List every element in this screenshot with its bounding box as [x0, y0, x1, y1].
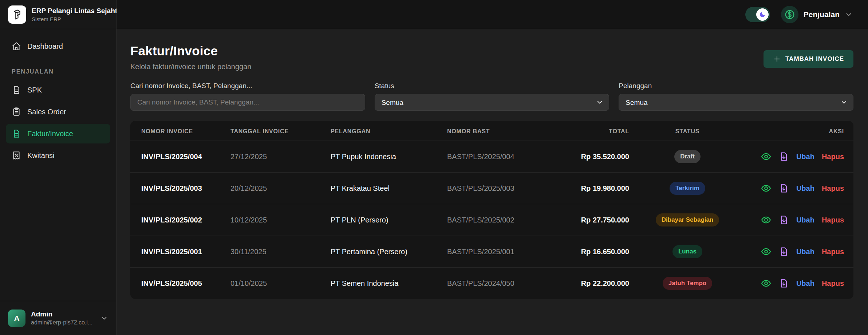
user-menu[interactable]: A Admin admin@erp-pls72.co.i...	[0, 301, 116, 335]
invoice-table: NOMOR INVOICE TANGGAL INVOICE PELANGGAN …	[130, 121, 853, 299]
theme-toggle-knob	[756, 8, 769, 21]
invoice-number: INV/PLS/2025/001	[130, 236, 230, 268]
invoice-table-card: NOMOR INVOICE TANGGAL INVOICE PELANGGAN …	[130, 121, 853, 299]
edit-invoice-link[interactable]: Ubah	[796, 248, 814, 256]
edit-invoice-link[interactable]: Ubah	[796, 216, 814, 224]
sidebar-item-dashboard[interactable]: Dashboard	[6, 36, 110, 56]
add-invoice-button[interactable]: TAMBAH INVOICE	[764, 50, 853, 68]
sidebar-item-label: Faktur/Invoice	[27, 130, 73, 138]
invoice-number: INV/PLS/2025/004	[130, 141, 230, 173]
chevron-down-icon	[100, 314, 108, 322]
theme-toggle[interactable]	[745, 7, 770, 22]
receipt-percent-icon	[12, 151, 21, 160]
col-total: TOTAL	[556, 121, 629, 141]
delete-invoice-link[interactable]: Hapus	[822, 216, 844, 224]
delete-invoice-link[interactable]: Hapus	[822, 279, 844, 288]
view-invoice-button[interactable]	[761, 278, 772, 289]
status-badge: Lunas	[672, 245, 702, 258]
eye-icon	[761, 278, 772, 289]
download-invoice-button[interactable]	[779, 278, 789, 288]
invoice-icon	[12, 129, 21, 138]
status-filter: Status Semua	[375, 82, 609, 111]
module-selector[interactable]: Penjualan	[781, 6, 853, 23]
topbar: Penjualan	[117, 0, 868, 29]
bast-number: BAST/PLS/2025/002	[447, 204, 556, 236]
filters-row: Cari nomor Invoice, BAST, Pelanggan... S…	[130, 82, 853, 111]
app-title: ERP Pelangi Lintas Sejaht...	[32, 7, 123, 15]
table-row: INV/PLS/2025/005 01/10/2025 PT Semen Ind…	[130, 268, 853, 299]
customer-name: PT Krakatau Steel	[331, 173, 447, 204]
bast-number: BAST/PLS/2025/003	[447, 173, 556, 204]
invoice-number: INV/PLS/2025/005	[130, 268, 230, 299]
customer-filter: Pelanggan Semua	[619, 82, 853, 111]
file-down-icon	[779, 247, 789, 257]
invoice-date: 10/12/2025	[230, 204, 331, 236]
actions-cell: Ubah Hapus	[746, 268, 853, 299]
view-invoice-button[interactable]	[761, 214, 772, 225]
search-input[interactable]	[130, 94, 365, 111]
sidebar-item-kwitansi[interactable]: Kwitansi	[6, 146, 110, 165]
col-aksi: AKSI	[746, 121, 853, 141]
invoice-total: Rp 22.200.000	[556, 268, 629, 299]
view-invoice-button[interactable]	[761, 183, 772, 194]
user-email: admin@erp-pls72.co.i...	[31, 319, 95, 326]
chevron-down-icon	[845, 11, 853, 19]
edit-invoice-link[interactable]: Ubah	[796, 279, 814, 288]
search-label: Cari nomor Invoice, BAST, Pelanggan...	[130, 82, 365, 90]
bast-number: BAST/PLS/2025/001	[447, 236, 556, 268]
customer-select[interactable]: Semua	[619, 94, 853, 111]
logo-text: ERP Pelangi Lintas Sejaht... Sistem ERP	[32, 7, 123, 22]
dollar-circle-icon	[781, 6, 798, 23]
sidebar: ERP Pelangi Lintas Sejaht... Sistem ERP …	[0, 0, 117, 335]
view-invoice-button[interactable]	[761, 151, 772, 162]
moon-icon	[759, 11, 766, 18]
file-down-icon	[779, 183, 789, 193]
delete-invoice-link[interactable]: Hapus	[822, 184, 844, 193]
sidebar-item-label: Dashboard	[27, 42, 63, 51]
actions-cell: Ubah Hapus	[746, 141, 853, 173]
invoice-date: 20/12/2025	[230, 173, 331, 204]
sidebar-section-penjualan: PENJUALAN	[12, 68, 104, 75]
page-header: Faktur/Invoice Kelola faktur/invoice unt…	[130, 44, 853, 71]
table-row: INV/PLS/2025/004 27/12/2025 PT Pupuk Ind…	[130, 141, 853, 173]
sidebar-item-faktur-invoice[interactable]: Faktur/Invoice	[6, 124, 110, 143]
download-invoice-button[interactable]	[779, 151, 789, 162]
col-pelanggan: PELANGGAN	[331, 121, 447, 141]
download-invoice-button[interactable]	[779, 215, 789, 225]
module-label: Penjualan	[804, 10, 840, 19]
status-select[interactable]: Semua	[375, 94, 609, 111]
customer-label: Pelanggan	[619, 82, 853, 90]
sidebar-item-spk[interactable]: SPK	[6, 80, 110, 100]
sidebar-item-sales-order[interactable]: Sales Order	[6, 102, 110, 122]
status-cell: Lunas	[629, 236, 746, 268]
col-nomor-bast: NOMOR BAST	[447, 121, 556, 141]
file-down-icon	[779, 151, 789, 162]
download-invoice-button[interactable]	[779, 183, 789, 193]
bast-number: BAST/PLS/2024/050	[447, 268, 556, 299]
view-invoice-button[interactable]	[761, 246, 772, 257]
plus-icon	[773, 55, 781, 63]
edit-invoice-link[interactable]: Ubah	[796, 153, 814, 161]
delete-invoice-link[interactable]: Hapus	[822, 248, 844, 256]
status-cell: Terkirim	[629, 173, 746, 204]
col-tanggal-invoice: TANGGAL INVOICE	[230, 121, 331, 141]
delete-invoice-link[interactable]: Hapus	[822, 153, 844, 161]
status-cell: Draft	[629, 141, 746, 173]
search-filter: Cari nomor Invoice, BAST, Pelanggan...	[130, 82, 365, 111]
eye-icon	[761, 183, 772, 194]
page-title: Faktur/Invoice	[130, 44, 251, 58]
download-invoice-button[interactable]	[779, 247, 789, 257]
sidebar-item-label: Kwitansi	[27, 151, 54, 160]
bast-number: BAST/PLS/2025/004	[447, 141, 556, 173]
status-badge: Dibayar Sebagian	[656, 213, 719, 226]
user-name: Admin	[31, 310, 95, 318]
invoice-date: 27/12/2025	[230, 141, 331, 173]
sidebar-item-label: SPK	[27, 86, 42, 94]
status-cell: Dibayar Sebagian	[629, 204, 746, 236]
status-badge: Jatuh Tempo	[663, 277, 713, 290]
actions-cell: Ubah Hapus	[746, 204, 853, 236]
status-badge: Draft	[674, 150, 701, 163]
edit-invoice-link[interactable]: Ubah	[796, 184, 814, 193]
page-header-text: Faktur/Invoice Kelola faktur/invoice unt…	[130, 44, 251, 71]
status-badge: Terkirim	[670, 182, 705, 195]
